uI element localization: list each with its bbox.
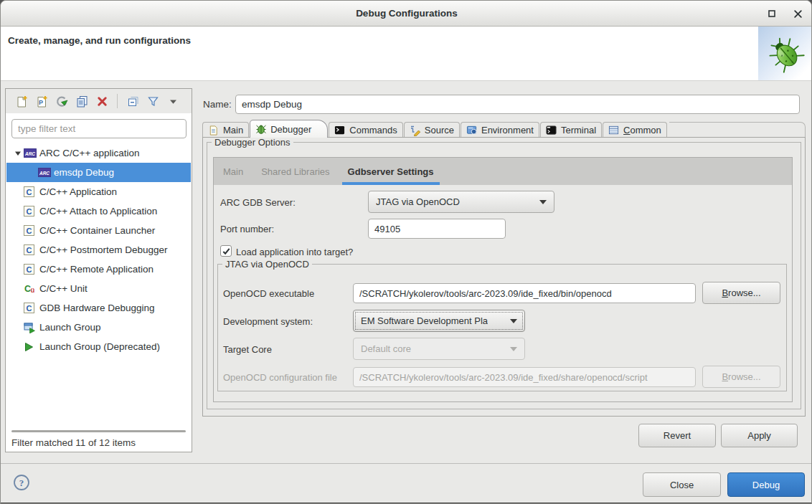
tree-item-label: C/C++ Attach to Application xyxy=(39,206,157,217)
tab-terminal-icon xyxy=(546,125,557,136)
tree-item-label: C/C++ Remote Application xyxy=(39,264,154,275)
tab-label: Commands xyxy=(349,125,397,135)
filter-status-text: Filter matched 11 of 12 items xyxy=(11,437,136,448)
tab-label: Common xyxy=(623,125,661,135)
export-configurations-button[interactable] xyxy=(53,92,70,110)
tree-item-label: Launch Group xyxy=(39,322,101,333)
tab-commands[interactable]: Commands xyxy=(329,122,402,138)
configurations-panel: P ARCARC C/C++ applicationARCemsdp Debug… xyxy=(5,88,192,452)
tree-item[interactable]: CC/C++ Remote Application xyxy=(6,260,191,279)
name-label: Name: xyxy=(203,99,232,110)
tree-item[interactable]: ARCARC C/C++ application xyxy=(6,143,191,163)
tree-item[interactable]: CC/C++ Postmortem Debugger xyxy=(6,240,191,260)
tab-main[interactable]: Main xyxy=(202,122,249,138)
svg-text:ü: ü xyxy=(31,286,35,294)
svg-text:C: C xyxy=(27,246,32,255)
debug-button[interactable]: Debug xyxy=(727,472,805,497)
tab-terminal[interactable]: Terminal xyxy=(540,122,602,138)
tree-item[interactable]: Launch Group xyxy=(6,318,191,337)
svg-text:C: C xyxy=(27,304,32,313)
tab-strip-trailing xyxy=(669,122,806,138)
tree-item[interactable]: ARCemsdp Debug xyxy=(6,163,191,182)
svg-text:P: P xyxy=(38,99,42,106)
tab-environment-icon xyxy=(466,125,478,136)
tree-item[interactable]: Launch Group (Deprecated) xyxy=(6,337,191,356)
c-icon: C xyxy=(24,264,37,275)
delete-icon xyxy=(97,96,108,107)
tree-item[interactable]: CC/C++ Container Launcher xyxy=(6,221,191,240)
toolbar-separator xyxy=(117,94,118,108)
tab-label: Main xyxy=(223,125,243,135)
tab-source-icon xyxy=(410,125,421,136)
tree-item[interactable]: CüC/C++ Unit xyxy=(6,279,191,298)
new-prototype-icon: P xyxy=(36,95,48,108)
tab-label: Source xyxy=(425,125,454,135)
name-input[interactable] xyxy=(235,95,800,114)
apply-button[interactable]: Apply xyxy=(721,424,798,447)
duplicate-button[interactable] xyxy=(73,92,90,110)
tree-item-label: C/C++ Postmortem Debugger xyxy=(39,244,168,255)
close-dialog-button[interactable]: Close xyxy=(643,472,721,497)
svg-text:?: ? xyxy=(19,477,24,488)
revert-button[interactable]: Revert xyxy=(638,424,716,447)
arc-icon: ARC xyxy=(24,148,37,158)
config-tabs: MainDebuggerCommandsSourceEnvironmentTer… xyxy=(202,120,806,138)
filter-icon xyxy=(147,95,159,108)
dropdown-arrow-icon xyxy=(170,98,176,105)
tree-item-label: emsdp Debug xyxy=(54,167,114,178)
tab-label: Debugger xyxy=(270,124,311,135)
c-icon: C xyxy=(24,225,37,236)
tab-source[interactable]: Source xyxy=(404,122,460,138)
tree-item-label: GDB Hardware Debugging xyxy=(39,303,155,313)
tree-status-sash[interactable] xyxy=(11,430,186,432)
svg-text:ARC: ARC xyxy=(24,151,35,156)
help-button[interactable]: ? xyxy=(12,473,30,491)
window-title: Debug Configurations xyxy=(356,8,458,19)
filter-input[interactable] xyxy=(11,119,187,138)
c-icon: C xyxy=(24,186,37,197)
close-button[interactable] xyxy=(790,6,806,22)
configurations-tree: ARCARC C/C++ applicationARCemsdp DebugCC… xyxy=(6,143,191,356)
filter-menu-button[interactable] xyxy=(164,92,181,110)
collapse-all-button[interactable] xyxy=(124,92,141,110)
tree-item[interactable]: CC/C++ Application xyxy=(6,182,191,201)
tab-common[interactable]: Common xyxy=(603,122,667,138)
duplicate-icon xyxy=(76,95,88,108)
header-title: Create, manage, and run configurations xyxy=(8,35,191,46)
svg-text:ARC: ARC xyxy=(39,171,49,176)
c-icon: C xyxy=(24,244,37,255)
filter-configurations-button[interactable] xyxy=(144,92,161,110)
arc-icon: ARC xyxy=(38,168,52,177)
c-icon: C xyxy=(24,303,37,313)
cunit-icon: Cü xyxy=(24,283,37,294)
tab-common-icon xyxy=(608,125,620,136)
configurations-toolbar: P xyxy=(6,89,192,113)
tree-item[interactable]: CGDB Hardware Debugging xyxy=(6,298,191,318)
tree-item-label: C/C++ Application xyxy=(39,186,117,197)
tab-content-area xyxy=(202,137,806,417)
tab-environment[interactable]: Environment xyxy=(461,122,539,138)
debug-configurations-dialog: Debug Configurations Create, manage, and… xyxy=(0,0,812,504)
svg-text:C: C xyxy=(27,188,32,196)
svg-text:C: C xyxy=(27,207,32,216)
tree-item-label: Launch Group (Deprecated) xyxy=(39,341,160,352)
new-configuration-button[interactable] xyxy=(13,92,30,110)
tree-item-label: C/C++ Container Launcher xyxy=(39,225,155,236)
launch-group-icon xyxy=(24,322,37,333)
tree-item-label: C/C++ Unit xyxy=(39,283,88,294)
tree-item-label: ARC C/C++ application xyxy=(39,148,140,158)
help-icon: ? xyxy=(13,474,30,491)
new-prototype-button[interactable]: P xyxy=(33,92,50,110)
delete-button[interactable] xyxy=(93,92,110,110)
c-icon: C xyxy=(24,206,37,217)
svg-text:C: C xyxy=(27,227,32,235)
svg-text:C: C xyxy=(27,265,32,274)
export-config-icon xyxy=(55,95,68,108)
tree-item[interactable]: CC/C++ Attach to Application xyxy=(6,201,191,221)
tab-debugger[interactable]: Debugger xyxy=(250,120,328,138)
debug-banner-art xyxy=(758,27,812,80)
expander-icon[interactable] xyxy=(12,150,24,157)
bug-icon xyxy=(765,32,806,75)
titlebar[interactable]: Debug Configurations xyxy=(1,1,812,27)
maximize-button[interactable] xyxy=(764,6,780,22)
